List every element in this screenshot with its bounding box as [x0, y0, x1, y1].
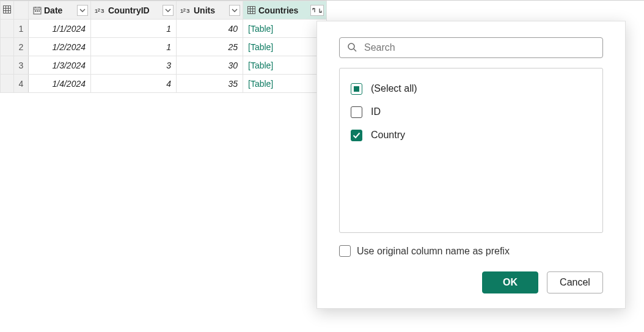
list-item-select-all[interactable]: (Select all) [351, 77, 591, 100]
column-select-list[interactable]: (Select all) ID Country [339, 68, 603, 233]
ok-button[interactable]: OK [482, 271, 538, 293]
svg-line-24 [354, 49, 356, 51]
row-number: 3 [14, 56, 29, 75]
table-row[interactable]: 1 1/1/2024 1 40 [Table] [1, 20, 327, 38]
cell-countryid[interactable]: 4 [91, 75, 177, 93]
cell-date[interactable]: 1/4/2024 [29, 75, 91, 93]
svg-rect-11 [38, 10, 40, 12]
column-header-countries[interactable]: Countries [243, 1, 327, 20]
search-input-wrapper[interactable] [339, 37, 603, 58]
column-header-date[interactable]: Date [29, 1, 91, 20]
prefix-label: Use original column name as prefix [357, 246, 510, 257]
column-filter-button[interactable] [229, 5, 240, 16]
cell-date[interactable]: 1/2/2024 [29, 38, 91, 56]
column-header-units[interactable]: 123 Units [177, 1, 243, 20]
column-filter-button[interactable] [163, 5, 174, 16]
chevron-down-icon [232, 8, 238, 13]
column-filter-button[interactable] [77, 5, 88, 16]
row-corner [1, 75, 14, 93]
checkbox-unchecked[interactable] [351, 106, 362, 118]
table-row[interactable]: 3 1/3/2024 3 30 [Table] [1, 56, 327, 75]
cell-countryid[interactable]: 1 [91, 38, 177, 56]
corner-cell[interactable] [1, 1, 14, 20]
column-label: Date [44, 6, 75, 15]
cell-countries[interactable]: [Table] [243, 56, 327, 75]
list-item-label: ID [371, 106, 381, 117]
table-icon [247, 6, 256, 15]
cell-countries[interactable]: [Table] [243, 75, 327, 93]
list-item-label: Country [371, 130, 405, 141]
row-number: 4 [14, 75, 29, 93]
chevron-down-icon [79, 8, 86, 13]
column-label: CountryID [108, 6, 160, 15]
column-label: Units [194, 6, 227, 15]
row-corner [1, 56, 14, 75]
row-corner [1, 20, 14, 38]
cell-countryid[interactable]: 3 [91, 56, 177, 75]
cell-date[interactable]: 1/1/2024 [29, 20, 91, 38]
row-corner [1, 38, 14, 56]
table-row[interactable]: 2 1/2/2024 1 25 [Table] [1, 38, 327, 56]
calendar-icon [32, 6, 42, 15]
cell-countries[interactable]: [Table] [243, 20, 327, 38]
number-type-icon: 123 [180, 6, 191, 15]
checkbox-checked[interactable] [351, 130, 362, 141]
list-item-label: (Select all) [371, 83, 417, 94]
search-input[interactable] [363, 42, 595, 54]
checkbox-unchecked[interactable] [339, 245, 351, 257]
svg-rect-18 [248, 7, 255, 14]
table-icon [2, 5, 12, 14]
list-item-country[interactable]: Country [351, 124, 591, 147]
svg-rect-9 [35, 10, 36, 12]
svg-text:2: 2 [183, 7, 186, 12]
cell-units[interactable]: 25 [177, 38, 243, 56]
cell-units[interactable]: 30 [177, 56, 243, 75]
cell-units[interactable]: 35 [177, 75, 243, 93]
cancel-button[interactable]: Cancel [547, 271, 603, 293]
list-item-id[interactable]: ID [351, 100, 591, 124]
expand-column-popup: (Select all) ID Country Use original col… [317, 21, 626, 309]
table-row[interactable]: 4 1/4/2024 4 35 [Table] [1, 75, 327, 93]
cell-countryid[interactable]: 1 [91, 20, 177, 38]
row-number: 1 [14, 20, 29, 38]
cell-date[interactable]: 1/3/2024 [29, 56, 91, 75]
svg-rect-10 [37, 10, 38, 12]
column-header-countryid[interactable]: 123 CountryID [91, 1, 177, 20]
expand-icon [312, 7, 322, 14]
svg-text:3: 3 [101, 7, 104, 14]
chevron-down-icon [165, 8, 171, 13]
prefix-option[interactable]: Use original column name as prefix [339, 245, 603, 257]
row-number: 2 [14, 38, 29, 56]
cell-units[interactable]: 40 [177, 20, 243, 38]
expand-column-button[interactable] [310, 5, 324, 16]
search-icon [347, 42, 357, 54]
svg-point-23 [348, 43, 354, 50]
column-label: Countries [258, 6, 308, 15]
check-icon [353, 132, 360, 139]
svg-text:3: 3 [186, 7, 190, 14]
svg-text:2: 2 [98, 7, 101, 12]
svg-rect-0 [4, 6, 11, 13]
number-type-icon: 123 [95, 6, 106, 15]
checkbox-indeterminate[interactable] [351, 83, 362, 95]
row-number-header [14, 1, 29, 20]
cell-countries[interactable]: [Table] [243, 38, 327, 56]
